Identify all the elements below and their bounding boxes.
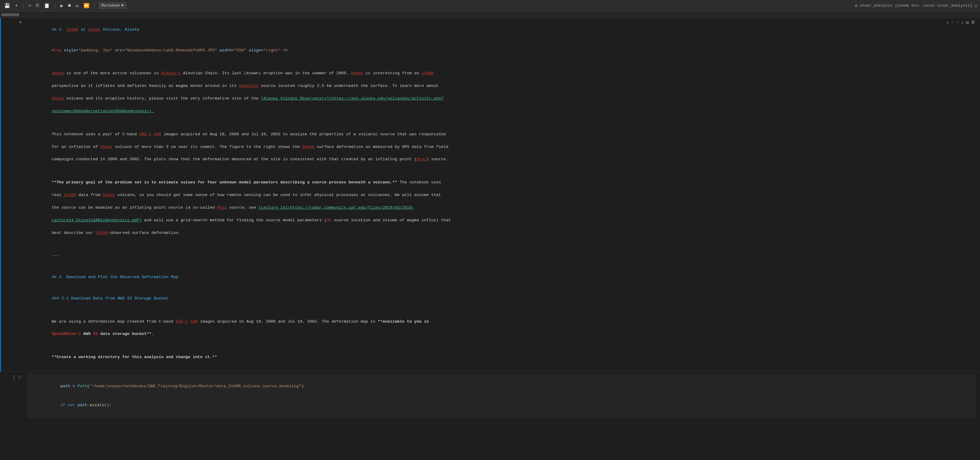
close-paren: ) (301, 384, 304, 388)
img-eq3: = (232, 48, 234, 53)
insar-1: InSAR (422, 71, 434, 75)
body2-text2: images acquired on Aug 18, 2000 and Jul … (161, 132, 446, 136)
heading-insar: InSAR (66, 27, 79, 32)
move-up-icon[interactable]: ↑ (951, 20, 954, 25)
lecture14-link[interactable]: [Lecture 14](https://radar.community.uaf… (259, 205, 414, 210)
window-close-icon[interactable]: ◯ (975, 3, 977, 8)
body3-text2: real (52, 193, 64, 197)
hr-line: --- (27, 246, 975, 265)
body1-text6: volcano and its eruptive history, please… (64, 96, 261, 101)
kernel-settings-icon[interactable]: ⚙ (855, 3, 858, 8)
copy-icon[interactable]: ⎘ (35, 2, 40, 9)
body-para-3: **The primary goal of the problem set is… (27, 173, 975, 242)
hr-dashes: --- (52, 254, 59, 258)
toolbar-icons: 💾 + | ✂ ⎘ 📋 | ▶ ■ ↻ ⏩ | Markdown ▼ (3, 2, 126, 9)
img-eq1: = (76, 48, 78, 53)
merge-cell-icon[interactable]: ▤ (966, 20, 969, 25)
mogi-2: Mogi (217, 205, 227, 210)
cell-left-1: ▼ (1, 18, 25, 372)
scroll-thumb[interactable] (1, 13, 19, 16)
alaska-link: Alaska's (161, 71, 181, 75)
body2-text6: campaigns conducted in 2000 and 2002. Th… (52, 157, 417, 161)
avo-link[interactable]: [Alaska Volcano Observatory](https://avo… (261, 96, 444, 101)
add-cell-icon[interactable]: + (14, 2, 19, 9)
body1-text5: source located roughly 2.5 km underneath… (259, 83, 439, 88)
copy-cell-icon[interactable]: ▯ (947, 20, 949, 25)
cell-type-dropdown[interactable]: Markdown ▼ (99, 2, 126, 9)
img-width-val: "550" (234, 48, 247, 53)
code-block[interactable]: path = Path("/home/jovyan/notebooks/SAR_… (27, 374, 975, 418)
cell-content-1: ▯ ↑ ↓ ⊥ ▤ 🗑 ## 1. InSAR at Okmok Volcano… (25, 18, 980, 372)
body3-text6: source; see (227, 205, 258, 210)
restart-run-icon[interactable]: ⏩ (82, 2, 91, 9)
code-line-1: path = Path("/home/jovyan/notebooks/SAR_… (31, 377, 971, 396)
ers2-2: ERS-2 (176, 319, 188, 324)
toolbar-separator-2: | (54, 3, 57, 9)
img-align-val: "right" (263, 48, 280, 53)
exists-func: exists (89, 403, 104, 407)
paste-icon[interactable]: 📋 (43, 2, 51, 9)
body3-text7: and will use a grid-search method for fi… (142, 218, 327, 222)
body3-bold1: **The primary goal of the problem set is… (52, 180, 397, 185)
avo-link-cont[interactable]: volcname=Okmok&eruptionid=604&page=basic… (52, 109, 154, 113)
heading-line: ## 1. InSAR at Okmok Volcano, Alaska (27, 21, 975, 39)
okmok-2: Okmok (351, 71, 363, 75)
markdown-cell-1: ▼ ▯ ↑ ↓ ⊥ ▤ 🗑 ## 1. InSAR at Okmok Volca… (0, 18, 980, 372)
img-close: /> (280, 48, 288, 53)
code-cell-1: [ ]: path = Path("/home/jovyan/notebooks… (0, 372, 980, 420)
sar-1: SAR (154, 132, 161, 136)
path-class: Path (78, 384, 87, 388)
code-cell-body[interactable]: path = Path("/home/jovyan/notebooks/SAR_… (25, 372, 980, 420)
download-cell-icon[interactable]: ⊥ (961, 20, 964, 25)
section21-text: ### 2.1 Download Data from AWS S3 Storag… (52, 296, 169, 301)
body2-text1: This notebook uses a pair of C-band (52, 132, 139, 136)
path-var-2: path (75, 403, 88, 407)
run-icon[interactable]: ▶ (59, 2, 65, 9)
magmatic-link: magmatic (239, 83, 259, 88)
scissors-icon[interactable]: ✂ (27, 2, 32, 9)
kernel-label: insar_analysis [conda env:.local-insar_a… (860, 3, 972, 8)
code-line-2: if not path.exists(): (31, 396, 971, 415)
insar-2: InSAR (64, 193, 76, 197)
body1-text1: is one of the more active volcanoes in (64, 71, 161, 75)
toolbar: 💾 + | ✂ ⎘ 📋 | ▶ ■ ↻ ⏩ | Markdown ▼ ⚙ ins… (0, 0, 980, 11)
section2-text: ## 2. Download and Plot the Observed Def… (52, 275, 178, 279)
img-tag-name: img (54, 48, 61, 53)
img-style-attr: style (61, 48, 76, 53)
okmok-3: Okmok (52, 96, 64, 101)
body1-text3: is interesting from an (363, 71, 422, 75)
body-para-2: This notebook uses a pair of C-band ERS-… (27, 125, 975, 169)
if-keyword: if not (60, 403, 75, 407)
body-para-1: Okmok is one of the more active volcanoe… (27, 64, 975, 121)
opensarlab-bold: OpenSARlab's (52, 332, 81, 336)
path-string: "/home/jovyan/notebooks/SAR_Training/Eng… (89, 384, 301, 388)
okmok-5: Okmok (302, 145, 315, 149)
img-eq4: = (261, 48, 263, 53)
heading-text: at (78, 27, 88, 32)
move-down-icon[interactable]: ↓ (956, 20, 959, 25)
body3-text10: -observed surface deformation. (108, 231, 180, 235)
img-width-attr: width (217, 48, 232, 53)
body1-text4: perspective as it inflates and deflates … (52, 83, 239, 88)
stop-icon[interactable]: ■ (67, 2, 72, 9)
collapse-icon[interactable]: ▼ (19, 21, 21, 25)
delete-cell-icon[interactable]: 🗑 (971, 20, 975, 25)
code-cell-prompt: [ ]: (1, 372, 25, 420)
aws-bold1: **available to you in (378, 319, 429, 324)
body3-text4: volcano, so you should get some sense of… (115, 193, 441, 197)
body2-text4: volcano of more than 3 cm near its summi… (113, 145, 302, 149)
heading-okmok: Okmok (88, 27, 100, 32)
sar-2: SAR (191, 319, 197, 324)
img-src-attr: src (113, 48, 122, 53)
ers2-1: ERS-2 (139, 132, 152, 136)
save-icon[interactable]: 💾 (3, 2, 11, 9)
restart-icon[interactable]: ↻ (75, 2, 80, 9)
aws-bold3: data storage bucket**. (98, 332, 154, 336)
aws-text1: We are using a deformation map created f… (52, 319, 176, 324)
body3-text9: best describe our (52, 231, 95, 235)
aws-sar (188, 319, 191, 324)
horizontal-scrollbar[interactable] (0, 11, 980, 18)
body3-text1: The notebook uses (397, 180, 441, 185)
lecture14-link-cont[interactable]: Lecture14_UsingInSARinGeophysics.pdf) (52, 218, 142, 222)
call-parens: (): (104, 403, 111, 407)
